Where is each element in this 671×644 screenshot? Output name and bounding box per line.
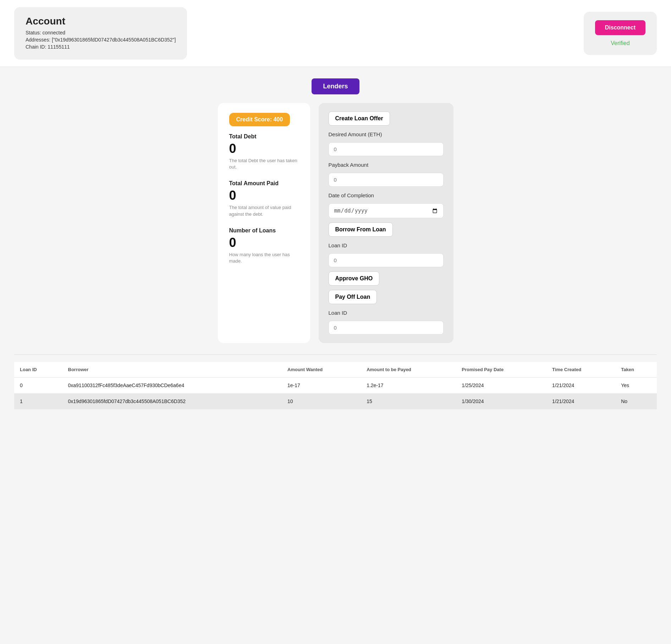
desired-amount-input[interactable]: [329, 142, 444, 156]
table-cell: 1: [14, 393, 62, 409]
table-cell: 0: [14, 378, 62, 393]
account-addresses: Addresses: ["0x19d96301865fdD07427db3c44…: [26, 37, 176, 43]
stat-total-paid: Total Amount Paid 0 The total amount of …: [229, 180, 299, 217]
table-cell: Yes: [615, 378, 657, 393]
desired-amount-label: Desired Amount (ETH): [329, 131, 444, 137]
table-cell: 1/21/2024: [546, 378, 615, 393]
divider: [14, 354, 657, 355]
stat-total-debt-desc: The total Debt the user has taken out.: [229, 158, 299, 170]
loan-id-input-2[interactable]: [329, 321, 444, 335]
disconnect-area: Disconnect Verified: [584, 12, 657, 55]
stat-total-debt-label: Total Debt: [229, 133, 299, 140]
table-section: Loan ID Borrower Amount Wanted Amount to…: [14, 362, 657, 409]
account-card: Account Status: connected Addresses: ["0…: [14, 7, 187, 60]
loan-id-input-1[interactable]: [329, 253, 444, 267]
stat-total-paid-desc: The total amount of value paid against t…: [229, 204, 299, 217]
main-content: Lenders Credit Score: 400 Total Debt 0 T…: [0, 67, 671, 421]
stat-total-paid-value: 0: [229, 188, 299, 203]
col-promised-date: Promised Pay Date: [456, 362, 546, 378]
table-cell: 1/21/2024: [546, 393, 615, 409]
account-status: Status: connected: [26, 30, 176, 35]
table-cell: 0x19d96301865fdD07427db3c445508A051BC6D3…: [62, 393, 282, 409]
loans-table: Loan ID Borrower Amount Wanted Amount to…: [14, 362, 657, 409]
lenders-row: Lenders: [14, 78, 657, 94]
table-row: 10x19d96301865fdD07427db3c445508A051BC6D…: [14, 393, 657, 409]
table-cell: 1/25/2024: [456, 378, 546, 393]
table-row: 00xa91100312fFc485f3deAaeC457Fd930bCDe6a…: [14, 378, 657, 393]
top-bar: Account Status: connected Addresses: ["0…: [0, 0, 671, 67]
stat-total-debt: Total Debt 0 The total Debt the user has…: [229, 133, 299, 170]
payback-amount-input[interactable]: [329, 173, 444, 187]
stat-card: Credit Score: 400 Total Debt 0 The total…: [218, 103, 310, 343]
date-input[interactable]: [329, 203, 444, 218]
account-chain: Chain ID: 11155111: [26, 44, 176, 50]
table-cell: 1e-17: [282, 378, 361, 393]
col-amount-payed: Amount to be Payed: [361, 362, 456, 378]
stat-total-debt-value: 0: [229, 141, 299, 156]
cards-row: Credit Score: 400 Total Debt 0 The total…: [14, 103, 657, 343]
table-cell: 1.2e-17: [361, 378, 456, 393]
loan-id-label-2: Loan ID: [329, 310, 444, 316]
stat-total-paid-label: Total Amount Paid: [229, 180, 299, 187]
col-taken: Taken: [615, 362, 657, 378]
col-amount-wanted: Amount Wanted: [282, 362, 361, 378]
table-header-row: Loan ID Borrower Amount Wanted Amount to…: [14, 362, 657, 378]
disconnect-button[interactable]: Disconnect: [595, 20, 645, 35]
table-cell: 15: [361, 393, 456, 409]
payback-amount-label: Payback Amount: [329, 162, 444, 168]
table-cell: No: [615, 393, 657, 409]
stat-num-loans: Number of Loans 0 How many loans the use…: [229, 227, 299, 264]
stat-num-loans-value: 0: [229, 235, 299, 250]
borrow-from-loan-button[interactable]: Borrow From Loan: [329, 222, 393, 237]
table-cell: 0xa91100312fFc485f3deAaeC457Fd930bCDe6a6…: [62, 378, 282, 393]
table-cell: 1/30/2024: [456, 393, 546, 409]
loan-id-label-1: Loan ID: [329, 242, 444, 248]
stat-num-loans-desc: How many loans the user has made.: [229, 252, 299, 264]
col-loan-id: Loan ID: [14, 362, 62, 378]
stat-num-loans-label: Number of Loans: [229, 227, 299, 234]
col-borrower: Borrower: [62, 362, 282, 378]
create-loan-offer-button[interactable]: Create Loan Offer: [329, 111, 390, 126]
verified-text: Verified: [611, 40, 629, 46]
approve-gho-button[interactable]: Approve GHO: [329, 271, 380, 286]
credit-score-badge: Credit Score: 400: [229, 113, 290, 126]
account-title: Account: [26, 16, 176, 27]
col-time-created: Time Created: [546, 362, 615, 378]
table-cell: 10: [282, 393, 361, 409]
date-label: Date of Completion: [329, 192, 444, 198]
pay-off-loan-button[interactable]: Pay Off Loan: [329, 290, 377, 304]
form-card: Create Loan Offer Desired Amount (ETH) P…: [319, 103, 453, 343]
lenders-button[interactable]: Lenders: [312, 78, 359, 94]
